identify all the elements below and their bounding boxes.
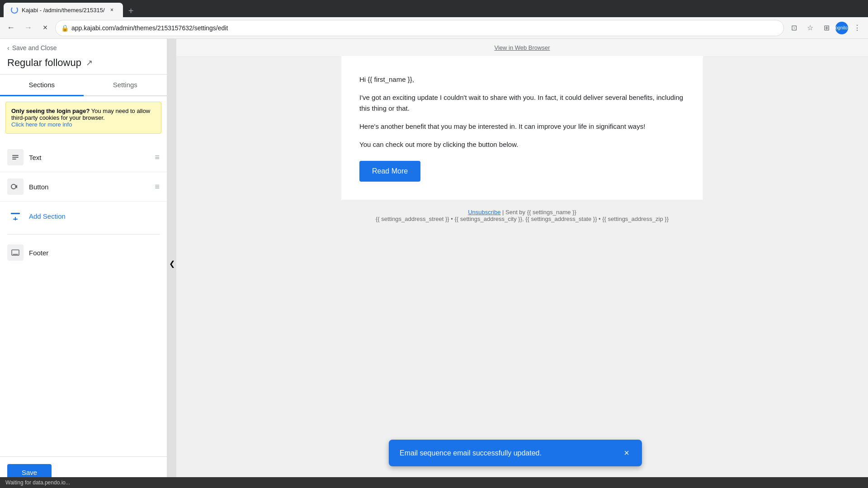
- email-para3: You can check out more by clicking the b…: [359, 139, 685, 150]
- menu-button[interactable]: ⋮: [850, 21, 864, 35]
- section-item-footer[interactable]: Footer: [0, 238, 167, 267]
- toast-message: Email sequence email successfully update…: [400, 449, 542, 457]
- app-layout: ‹ Save and Close Regular followup ↗ Sect…: [0, 39, 868, 488]
- section-item-text[interactable]: Text ≡: [0, 143, 167, 172]
- email-footer: Unsubscribe | Sent by {{ settings_name }…: [176, 200, 868, 231]
- email-body: Hi {{ first_name }}, I've got an excitin…: [359, 74, 685, 182]
- footer-line1: Unsubscribe | Sent by {{ settings_name }…: [194, 209, 850, 216]
- address-bar[interactable]: 🔒 app.kajabi.com/admin/themes/2153157632…: [55, 20, 784, 36]
- browser-chrome: Kajabi - /admin/themes/215315/ × + ← → ×…: [0, 0, 868, 39]
- footer-line2: {{ settings_address_street }} • {{ setti…: [194, 216, 850, 222]
- tab-sections[interactable]: Sections: [0, 75, 84, 96]
- email-para1: I've got an exciting update I couldn't w…: [359, 92, 685, 114]
- browser-toolbar: ← → × 🔒 app.kajabi.com/admin/themes/2153…: [0, 17, 868, 39]
- reload-button[interactable]: ×: [38, 21, 52, 35]
- toast-notification: Email sequence email successfully update…: [389, 440, 642, 466]
- new-tab-button[interactable]: +: [125, 5, 137, 17]
- sidebar-tabs: Sections Settings: [0, 75, 167, 96]
- sidebar: ‹ Save and Close Regular followup ↗ Sect…: [0, 39, 167, 488]
- back-link[interactable]: ‹ Save and Close: [7, 44, 160, 52]
- bookmark-icon[interactable]: ☆: [803, 21, 817, 35]
- address-text: app.kajabi.com/admin/themes/2153157632/s…: [71, 24, 228, 32]
- view-browser-bar: View in Web Browser: [176, 39, 868, 56]
- sidebar-content: Text ≡ Button ≡: [0, 139, 167, 456]
- warning-bold-text: Only seeing the login page?: [11, 108, 90, 114]
- browser-tab-active[interactable]: Kajabi - /admin/themes/215315/ ×: [4, 3, 123, 17]
- tab-label: Kajabi - /admin/themes/215315/: [22, 7, 105, 14]
- add-section-label: Add Section: [29, 212, 66, 220]
- email-para2: Here's another benefit that you may be i…: [359, 121, 685, 132]
- tab-close-button[interactable]: ×: [108, 6, 116, 14]
- tab-settings[interactable]: Settings: [84, 75, 167, 96]
- email-preview: Hi {{ first_name }}, I've got an excitin…: [341, 56, 703, 200]
- unsubscribe-link[interactable]: Unsubscribe: [468, 209, 500, 216]
- page-title-text: Regular followup: [7, 57, 81, 69]
- svg-rect-2: [12, 159, 16, 160]
- warning-banner: Only seeing the login page? You may need…: [5, 102, 161, 134]
- footer-section-label: Footer: [29, 249, 160, 257]
- button-section-label: Button: [29, 183, 149, 191]
- add-section-button[interactable]: Add Section: [0, 202, 167, 230]
- svg-rect-4: [11, 213, 20, 214]
- text-section-icon: [7, 149, 24, 165]
- collapse-handle[interactable]: ❮: [167, 39, 176, 488]
- view-browser-link[interactable]: View in Web Browser: [494, 44, 550, 51]
- button-drag-handle[interactable]: ≡: [155, 182, 160, 192]
- svg-rect-8: [13, 254, 18, 255]
- tab-favicon: [11, 6, 18, 14]
- collapse-arrow-icon: ❮: [169, 259, 175, 268]
- warning-link[interactable]: Click here for more info: [11, 121, 72, 128]
- add-section-icon: [7, 208, 24, 224]
- profile-button[interactable]: Incognito (2): [835, 22, 848, 34]
- section-item-button[interactable]: Button ≡: [0, 172, 167, 202]
- cast-icon[interactable]: ⊡: [787, 21, 801, 35]
- sidebar-header: ‹ Save and Close Regular followup ↗: [0, 39, 167, 75]
- footer-section-icon: [7, 244, 24, 261]
- text-section-label: Text: [29, 154, 149, 161]
- back-chevron-icon: ‹: [7, 44, 9, 52]
- status-text: Waiting for data.pendo.io...: [5, 479, 70, 486]
- back-link-label: Save and Close: [12, 44, 57, 52]
- toolbar-icons: ⊡ ☆ ⊞ Incognito (2) ⋮: [787, 21, 864, 35]
- text-drag-handle[interactable]: ≡: [155, 153, 160, 162]
- nav-forward-button[interactable]: →: [21, 21, 35, 35]
- button-section-icon: [7, 178, 24, 195]
- main-content: View in Web Browser Hi {{ first_name }},…: [176, 39, 868, 488]
- status-bar: Waiting for data.pendo.io...: [0, 477, 868, 488]
- tab-bar: Kajabi - /admin/themes/215315/ × +: [0, 0, 868, 17]
- lock-icon: 🔒: [61, 24, 69, 32]
- footer-sent-by: | Sent by {{ settings_name }}: [502, 209, 576, 216]
- svg-rect-1: [12, 157, 19, 158]
- svg-rect-0: [12, 155, 19, 156]
- toast-close-button[interactable]: ×: [622, 448, 631, 458]
- nav-back-button[interactable]: ←: [4, 21, 18, 35]
- external-link-icon[interactable]: ↗: [86, 58, 93, 68]
- svg-rect-6: [13, 219, 18, 220]
- page-title: Regular followup ↗: [7, 57, 160, 69]
- read-more-button[interactable]: Read More: [359, 161, 420, 182]
- section-divider: [7, 234, 160, 235]
- email-greeting: Hi {{ first_name }},: [359, 74, 685, 85]
